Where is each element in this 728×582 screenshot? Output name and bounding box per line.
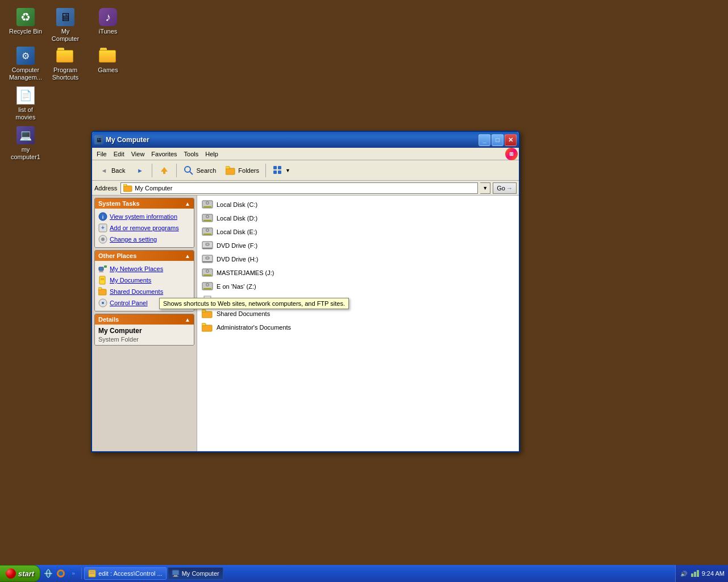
up-button[interactable] [155,162,174,179]
svg-rect-10 [123,184,127,186]
desktop-icon-my-computer1[interactable]: my computer1 [6,124,45,163]
desktop-icon-list-of-movies[interactable]: list of movies [6,84,45,123]
list-of-movies-icon [16,86,35,105]
quick-launch-arrow[interactable]: » [68,568,79,579]
desktop-icon-program-shortcuts[interactable]: Program Shortcuts [45,44,85,84]
start-button[interactable]: start [0,565,40,582]
details-label: Details [98,316,119,323]
taskbar-my-computer-label: My Computer [182,570,219,577]
desktop-icon-recycle-bin[interactable]: Recycle Bin [6,6,45,38]
drive-j-icon [202,267,213,278]
tray-network-icon[interactable] [690,569,700,578]
svg-rect-74 [173,576,178,577]
drive-c-icon [202,199,213,210]
system-tasks-header[interactable]: System Tasks ▲ [95,198,194,209]
admin-docs-folder-icon [202,322,213,333]
left-panel: System Tasks ▲ i View system information [92,196,197,451]
file-item-name-z: E on 'Nas' (Z:) [217,283,256,290]
views-button[interactable]: ▼ [268,162,294,179]
folders-button[interactable]: Folders [221,162,263,179]
svg-point-31 [207,202,209,204]
quick-launch: » [43,568,82,579]
address-dropdown[interactable]: ▼ [480,182,490,194]
go-button[interactable]: Go → [493,182,517,194]
games-label: Games [98,66,118,74]
my-network-places-link[interactable]: My Network Places [98,263,190,275]
file-item-nas-z[interactable]: E on 'Nas' (Z:) [199,280,517,293]
svg-rect-7 [273,171,277,174]
svg-rect-29 [203,206,211,207]
menu-edit[interactable]: Edit [110,149,128,159]
svg-point-35 [207,216,209,218]
file-item-dvd-f[interactable]: DVD Drive (F:) [199,239,517,252]
svg-rect-53 [203,288,211,289]
svg-point-1 [185,167,190,172]
details-header[interactable]: Details ▲ [95,314,194,325]
svg-rect-19 [99,272,103,272]
minimize-button[interactable]: _ [479,134,490,146]
folders-label: Folders [238,167,259,174]
my-documents-label: My Documents [110,277,151,284]
address-input-container[interactable]: My Computer [120,182,478,194]
menu-tools[interactable]: Tools [181,149,202,159]
folders-icon [225,165,236,176]
quick-launch-ie[interactable] [43,568,54,579]
taskbar-edit-access-label: edit : Access\Control ... [98,570,163,577]
my-documents-icon [98,276,107,285]
svg-rect-3 [226,168,235,174]
svg-rect-37 [203,234,211,235]
maximize-button[interactable]: □ [492,134,504,146]
content-area: System Tasks ▲ i View system information [92,196,519,451]
file-item-local-disk-c[interactable]: Local Disk (C:) [199,198,517,211]
shared-documents-label: Shared Documents [110,288,163,295]
menu-view[interactable]: View [128,149,148,159]
system-tasks-label: System Tasks [98,200,140,207]
file-item-masterjames-j[interactable]: MASTERJAMES (J:) [199,266,517,280]
view-system-info-link[interactable]: i View system information [98,211,190,222]
toolbar-separator-2 [176,164,177,177]
program-shortcuts-label: Program Shortcuts [48,66,83,81]
itunes-label: iTunes [99,28,118,35]
menu-help[interactable]: Help [202,149,222,159]
add-remove-programs-link[interactable]: + Add or remove programs [98,222,190,234]
desktop-icon-games[interactable]: Games [88,44,128,76]
computer-management-label: Computer Managem... [8,66,43,81]
file-item-local-disk-d[interactable]: Local Disk (D:) [199,211,517,225]
file-item-name-f: DVD Drive (F:) [217,242,257,249]
file-item-name-h: DVD Drive (H:) [217,256,258,263]
menu-file[interactable]: File [93,149,110,159]
tray-speaker-icon[interactable]: 🔊 [679,569,688,578]
back-button[interactable]: ◄ Back [94,162,129,179]
menu-favorites[interactable]: Favorites [148,149,180,159]
file-item-admin-docs[interactable]: Administrator's Documents [199,321,517,334]
svg-rect-49 [203,275,211,276]
svg-rect-62 [202,325,212,331]
search-icon [183,165,194,176]
desktop-icon-my-computer[interactable]: My Computer [45,6,85,45]
file-item-local-disk-e[interactable]: Local Disk (E:) [199,225,517,239]
right-panel: Local Disk (C:) Local Disk (D:) [197,196,519,451]
quick-launch-firefox[interactable] [55,568,66,579]
system-tray: 🔊 9:24 AM [675,565,728,582]
network-icon [98,264,107,273]
taskbar-item-edit-access[interactable]: edit : Access\Control ... [84,567,167,580]
details-collapse-icon: ▲ [185,317,190,323]
games-icon [99,47,117,65]
forward-button[interactable]: ► [130,162,149,179]
svg-rect-63 [202,323,206,326]
desktop-icon-computer-management[interactable]: Computer Managem... [6,44,45,84]
change-setting-link[interactable]: Change a setting [98,234,190,245]
file-item-name-shared-docs: Shared Documents [217,310,270,317]
other-places-header[interactable]: Other Places ▲ [95,251,194,261]
close-button[interactable]: ✕ [505,134,517,146]
toolbar-separator-1 [152,164,152,177]
clock: 9:24 AM [702,570,725,577]
taskbar-item-my-computer[interactable]: My Computer [168,567,223,580]
desktop-icon-itunes[interactable]: iTunes [88,6,128,38]
my-documents-link[interactable]: My Documents [98,275,190,286]
other-places-label: Other Places [98,252,136,259]
file-item-name-e: Local Disk (E:) [217,228,257,235]
search-button[interactable]: Search [179,162,220,179]
shared-documents-link[interactable]: Shared Documents [98,286,190,297]
file-item-dvd-h[interactable]: DVD Drive (H:) [199,252,517,266]
